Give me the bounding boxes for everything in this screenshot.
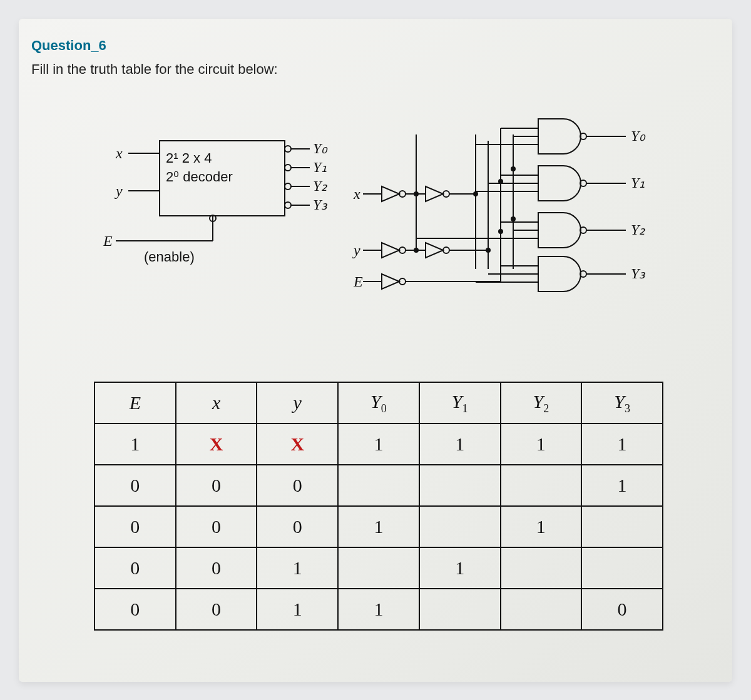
question-prompt: Fill in the truth table for the circuit … [31,61,278,78]
decoder-line2: 2⁰ decoder [166,169,233,185]
table-cell: 1 [338,506,419,547]
table-cell: 0 [176,465,257,506]
table-cell: 0 [176,547,257,589]
table-cell: X [176,424,257,465]
svg-point-12 [285,202,291,208]
svg-point-41 [498,229,503,234]
table-cell: 0 [95,506,176,547]
table-cell: 1 [501,506,582,547]
svg-point-39 [473,191,478,196]
table-cell [419,506,501,547]
table-cell [581,547,663,589]
svg-point-6 [285,146,291,152]
table-cell: X [257,424,338,465]
gate-input-x: x [353,186,360,202]
table-header: Y1 [419,382,501,424]
decoder-out-y2: Y₂ [313,178,328,194]
truth-table: ExyY0Y1Y2Y31XX1111000100011001100110 [94,382,663,631]
decoder-out-y0: Y₀ [313,140,328,156]
svg-marker-27 [426,243,443,258]
svg-point-43 [511,166,516,171]
svg-point-40 [486,248,491,253]
svg-point-44 [511,216,516,221]
decoder-out-y3: Y₃ [313,196,328,213]
table-cell: 1 [581,424,663,465]
table-header: Y0 [338,382,419,424]
table-cell [501,465,582,506]
table-header: Y2 [501,382,582,424]
table-cell: 1 [338,424,419,465]
table-cell: 0 [176,589,257,630]
table-header: y [257,382,338,424]
svg-marker-31 [382,274,399,289]
table-cell: 0 [95,465,176,506]
table-cell [338,547,419,589]
decoder-input-x: x [115,145,123,161]
table-cell: 1 [581,465,663,506]
table-cell: 0 [581,589,663,630]
decoder-line1: 2¹ 2 x 4 [166,150,212,166]
table-cell: 1 [338,589,419,630]
svg-marker-23 [382,243,399,258]
gate-output-y2: Y₂ [631,221,646,238]
table-cell: 1 [95,424,176,465]
svg-point-10 [285,183,291,190]
table-header: x [176,382,257,424]
worksheet-sheet: Question_6 Fill in the truth table for t… [19,19,732,682]
enable-label: (enable) [144,249,195,265]
decoder-out-y1: Y₁ [313,159,327,175]
table-cell: 1 [501,424,582,465]
table-cell: 1 [257,547,338,589]
table-cell: 0 [257,465,338,506]
gate-output-y1: Y₁ [631,175,645,191]
svg-marker-19 [426,186,443,201]
table-cell [501,547,582,589]
table-cell: 1 [419,547,501,589]
table-cell [419,589,501,630]
gate-input-y: y [352,242,360,258]
table-cell [501,589,582,630]
decoder-input-E: E [103,233,113,249]
question-title: Question_6 [31,38,106,54]
table-cell: 0 [95,589,176,630]
gate-input-E: E [353,273,363,290]
table-cell [581,506,663,547]
gate-output-y3: Y₃ [631,265,646,282]
table-cell [419,465,501,506]
table-header: E [95,382,176,424]
table-cell: 1 [419,424,501,465]
table-cell: 0 [257,506,338,547]
table-cell: 0 [95,547,176,589]
table-cell [338,465,419,506]
gate-output-y0: Y₀ [631,128,646,144]
decoder-input-y: y [115,183,123,199]
circuit-diagram: 2¹ 2 x 4 2⁰ decoder x y E (enable) Y₀ Y₁… [100,106,663,319]
table-cell: 0 [176,506,257,547]
table-cell: 1 [257,589,338,630]
svg-point-8 [285,165,291,171]
table-header: Y3 [581,382,663,424]
svg-marker-15 [382,186,399,201]
